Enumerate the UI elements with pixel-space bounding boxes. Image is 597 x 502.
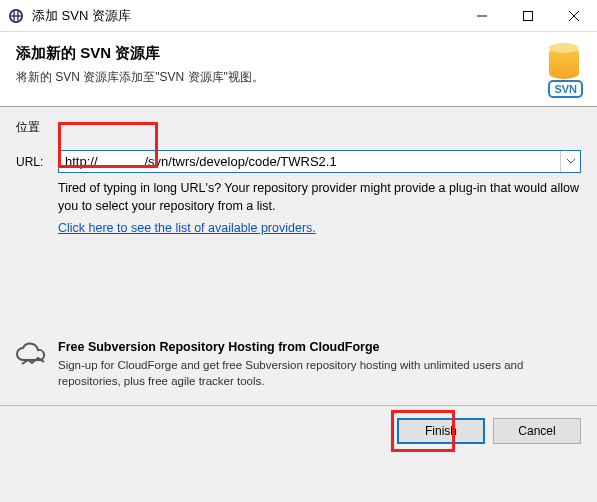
svg-rect-6 bbox=[524, 11, 533, 20]
titlebar: 添加 SVN 资源库 bbox=[0, 0, 597, 32]
cloudforge-icon bbox=[16, 342, 48, 370]
cancel-button[interactable]: Cancel bbox=[493, 418, 581, 444]
content-area: 位置 URL: Tired of typing in long URL's? Y… bbox=[0, 107, 597, 245]
dialog-footer: Finish Cancel bbox=[0, 406, 597, 456]
promo-panel: Free Subversion Repository Hosting from … bbox=[0, 331, 597, 401]
url-label: URL: bbox=[16, 155, 50, 169]
svn-repo-icon: SVN bbox=[527, 44, 583, 100]
app-icon bbox=[8, 8, 24, 24]
hint-block: Tired of typing in long URL's? Your repo… bbox=[58, 179, 581, 237]
location-legend: 位置 bbox=[16, 119, 581, 136]
url-input[interactable] bbox=[59, 151, 560, 172]
window-controls bbox=[459, 0, 597, 31]
maximize-button[interactable] bbox=[505, 0, 551, 31]
minimize-button[interactable] bbox=[459, 0, 505, 31]
close-button[interactable] bbox=[551, 0, 597, 31]
dialog-header: 添加新的 SVN 资源库 将新的 SVN 资源库添加至"SVN 资源库"视图。 … bbox=[0, 32, 597, 106]
promo-text: Free Subversion Repository Hosting from … bbox=[58, 339, 581, 389]
hint-text: Tired of typing in long URL's? Your repo… bbox=[58, 181, 579, 213]
promo-body: Sign-up for CloudForge and get free Subv… bbox=[58, 358, 581, 389]
header-title: 添加新的 SVN 资源库 bbox=[16, 44, 581, 63]
header-description: 将新的 SVN 资源库添加至"SVN 资源库"视图。 bbox=[16, 69, 581, 86]
url-dropdown-button[interactable] bbox=[560, 151, 580, 172]
window-title: 添加 SVN 资源库 bbox=[32, 7, 459, 25]
promo-title: Free Subversion Repository Hosting from … bbox=[58, 339, 581, 356]
finish-button[interactable]: Finish bbox=[397, 418, 485, 444]
svg-rect-4 bbox=[11, 15, 21, 16]
url-combobox[interactable] bbox=[58, 150, 581, 173]
svn-badge: SVN bbox=[548, 80, 583, 98]
providers-link[interactable]: Click here to see the list of available … bbox=[58, 219, 316, 237]
url-row: URL: bbox=[16, 150, 581, 173]
